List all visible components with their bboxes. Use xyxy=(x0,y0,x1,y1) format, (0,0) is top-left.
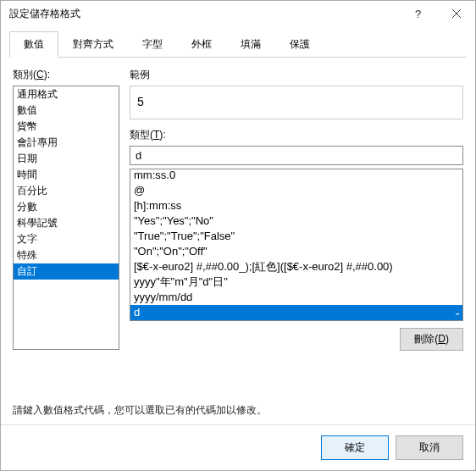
category-item[interactable]: 貨幣 xyxy=(14,119,119,135)
cancel-button[interactable]: 取消 xyxy=(396,435,463,460)
format-item[interactable]: "On";"On";"Off" xyxy=(130,244,462,259)
category-item[interactable]: 文字 xyxy=(14,231,119,247)
category-item[interactable]: 通用格式 xyxy=(14,86,119,103)
tab-strip: 數值對齊方式字型外框填滿保護 xyxy=(9,31,467,58)
category-item[interactable]: 百分比 xyxy=(14,183,119,199)
delete-button[interactable]: 刪除(D) xyxy=(400,328,463,351)
category-item[interactable]: 分數 xyxy=(14,199,119,215)
format-item[interactable]: [h]:mm:ss xyxy=(130,198,462,213)
tab-1[interactable]: 對齊方式 xyxy=(58,31,128,57)
category-item[interactable]: 時間 xyxy=(14,167,119,183)
sample-value: 5 xyxy=(137,95,144,108)
format-item[interactable]: d⌄ xyxy=(130,305,462,320)
close-icon xyxy=(452,9,461,18)
sample-label: 範例 xyxy=(130,68,463,82)
dialog-title: 設定儲存格格式 xyxy=(9,7,399,21)
titlebar: 設定儲存格格式 ? xyxy=(1,1,475,26)
format-item[interactable]: mm:ss.0 xyxy=(130,169,462,183)
format-item[interactable]: "Yes";"Yes";"No" xyxy=(130,213,462,229)
type-label: 類型(T): xyxy=(130,128,463,142)
close-button[interactable] xyxy=(437,1,475,26)
category-item[interactable]: 科學記號 xyxy=(14,215,119,231)
content-area: 類別(C): 通用格式數值貨幣會計專用日期時間百分比分數科學記號文字特殊自訂 範… xyxy=(1,58,475,424)
category-item[interactable]: 特殊 xyxy=(14,247,119,263)
format-cells-dialog: 設定儲存格格式 ? 數值對齊方式字型外框填滿保護 類別(C): 通用格式數值貨幣… xyxy=(0,0,476,471)
help-button[interactable]: ? xyxy=(399,1,437,26)
type-input[interactable] xyxy=(130,146,463,165)
chevron-down-icon: ⌄ xyxy=(454,305,461,320)
hint-text: 請鍵入數值格式代碼，您可以選取已有的代碼加以修改。 xyxy=(13,403,463,418)
tab-2[interactable]: 字型 xyxy=(128,31,177,57)
category-item[interactable]: 自訂 xyxy=(14,263,119,280)
category-item[interactable]: 數值 xyxy=(14,103,119,119)
tab-0[interactable]: 數值 xyxy=(9,31,58,58)
format-item[interactable]: yyyy/mm/dd xyxy=(130,290,462,305)
category-item[interactable]: 日期 xyxy=(14,151,119,167)
tab-4[interactable]: 填滿 xyxy=(226,31,275,57)
dialog-footer: 確定 取消 xyxy=(1,424,475,470)
category-item[interactable]: 會計專用 xyxy=(14,135,119,151)
category-listbox[interactable]: 通用格式數值貨幣會計專用日期時間百分比分數科學記號文字特殊自訂 xyxy=(13,86,119,350)
format-item[interactable]: [$€-x-euro2] #,##0.00_);[紅色]([$€-x-euro2… xyxy=(130,259,462,274)
tab-3[interactable]: 外框 xyxy=(177,31,226,57)
format-item[interactable]: yyyy"年"m"月"d"日" xyxy=(130,274,462,290)
sample-box: 5 xyxy=(130,86,463,119)
category-label: 類別(C): xyxy=(13,68,119,82)
tab-5[interactable]: 保護 xyxy=(275,31,324,57)
ok-button[interactable]: 確定 xyxy=(321,435,389,460)
format-listbox[interactable]: yyyy/m/d hh:mmmm:ssmm:ss.0@[h]:mm:ss"Yes… xyxy=(130,169,463,321)
format-item[interactable]: "True";"True";"False" xyxy=(130,229,462,244)
format-item[interactable]: @ xyxy=(130,183,462,198)
